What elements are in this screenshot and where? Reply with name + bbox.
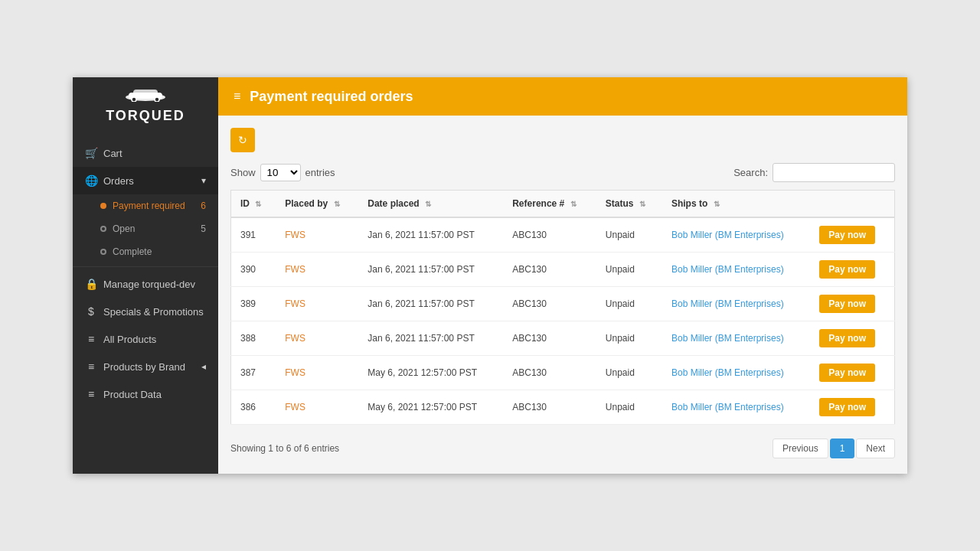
search-input[interactable] <box>773 163 895 182</box>
sort-placed-by-icon[interactable]: ⇅ <box>334 200 340 208</box>
next-button[interactable]: Next <box>856 439 895 458</box>
col-id: ID ⇅ <box>231 191 276 218</box>
ships-to-link-0[interactable]: Bob Miller (BM Enterprises) <box>671 230 784 240</box>
product-data-label: Product Data <box>103 389 206 400</box>
table-header-row: ID ⇅ Placed by ⇅ Date placed ⇅ Reference… <box>231 191 895 218</box>
manage-label: Manage torqued-dev <box>103 279 206 290</box>
cell-ref-4: ABC130 <box>503 356 596 390</box>
cell-ref-5: ABC130 <box>503 390 596 425</box>
ships-to-link-4[interactable]: Bob Miller (BM Enterprises) <box>671 367 784 378</box>
cell-id-1: 390 <box>231 253 276 287</box>
placed-by-link-2[interactable]: FWS <box>285 298 305 309</box>
entries-select[interactable]: 10 25 50 100 <box>260 164 301 181</box>
manage-icon: 🔒 <box>85 278 97 290</box>
ships-to-link-3[interactable]: Bob Miller (BM Enterprises) <box>671 333 784 344</box>
cell-id-3: 388 <box>231 321 276 356</box>
pay-now-button-4[interactable]: Pay now <box>819 364 875 382</box>
pay-now-button-3[interactable]: Pay now <box>819 329 875 347</box>
show-label: Show <box>230 167 256 178</box>
complete-label: Complete <box>113 246 206 257</box>
sort-status-icon[interactable]: ⇅ <box>639 200 645 208</box>
header-menu-icon: ≡ <box>234 90 240 103</box>
placed-by-link-0[interactable]: FWS <box>285 230 305 240</box>
sort-id-icon[interactable]: ⇅ <box>255 200 261 208</box>
sidebar-item-all-products[interactable]: ≡ All Products <box>73 325 218 353</box>
ships-to-link-1[interactable]: Bob Miller (BM Enterprises) <box>671 264 784 275</box>
cell-id-0: 391 <box>231 217 276 253</box>
sidebar-item-cart[interactable]: 🛒 Cart <box>73 139 218 167</box>
table-row: 391 FWS Jan 6, 2021 11:57:00 PST ABC130 … <box>231 217 895 253</box>
cell-date-2: Jan 6, 2021 11:57:00 PST <box>358 287 503 321</box>
cell-ships-to-4: Bob Miller (BM Enterprises) <box>662 356 810 390</box>
placed-by-link-5[interactable]: FWS <box>285 402 305 412</box>
cell-action-4: Pay now <box>810 356 894 390</box>
sidebar-item-orders[interactable]: 🌐 Orders ▾ <box>73 167 218 194</box>
col-status: Status ⇅ <box>596 191 662 218</box>
pay-now-button-1[interactable]: Pay now <box>819 260 875 279</box>
orders-label: Orders <box>103 175 201 187</box>
pay-now-button-0[interactable]: Pay now <box>819 226 875 244</box>
cell-ships-to-5: Bob Miller (BM Enterprises) <box>662 390 810 425</box>
refresh-icon: ↻ <box>238 134 247 146</box>
sidebar-item-manage[interactable]: 🔒 Manage torqued-dev <box>73 270 218 298</box>
ships-to-link-5[interactable]: Bob Miller (BM Enterprises) <box>671 402 784 412</box>
cell-status-5: Unpaid <box>596 390 662 425</box>
pagination-area: Showing 1 to 6 of 6 entries Previous 1 N… <box>230 435 895 461</box>
pagination-buttons: Previous 1 Next <box>773 439 895 458</box>
placed-by-link-1[interactable]: FWS <box>285 264 305 275</box>
cell-date-4: May 6, 2021 12:57:00 PST <box>358 356 503 390</box>
products-brand-icon: ≡ <box>85 360 97 373</box>
cell-ships-to-3: Bob Miller (BM Enterprises) <box>662 321 810 356</box>
table-body: 391 FWS Jan 6, 2021 11:57:00 PST ABC130 … <box>231 217 895 425</box>
logo-wrapper: TORQUED <box>106 86 185 124</box>
cell-ref-3: ABC130 <box>503 321 596 356</box>
sort-ships-icon[interactable]: ⇅ <box>714 200 720 208</box>
open-badge: 5 <box>201 223 206 234</box>
cell-ships-to-1: Bob Miller (BM Enterprises) <box>662 253 810 287</box>
cell-ships-to-0: Bob Miller (BM Enterprises) <box>662 217 810 253</box>
ships-to-link-2[interactable]: Bob Miller (BM Enterprises) <box>671 298 784 309</box>
table-row: 390 FWS Jan 6, 2021 11:57:00 PST ABC130 … <box>231 253 895 287</box>
col-placed-by: Placed by ⇅ <box>276 191 358 218</box>
refresh-button[interactable]: ↻ <box>230 128 255 152</box>
cell-ships-to-2: Bob Miller (BM Enterprises) <box>662 287 810 321</box>
sort-date-icon[interactable]: ⇅ <box>425 200 431 208</box>
sidebar-subitem-open[interactable]: Open 5 <box>73 217 218 240</box>
sidebar-item-products-brand[interactable]: ≡ Products by Brand ◂ <box>73 353 218 380</box>
open-label: Open <box>113 223 201 234</box>
sidebar-item-product-data[interactable]: ≡ Product Data <box>73 380 218 408</box>
pay-now-button-2[interactable]: Pay now <box>819 295 875 313</box>
table-row: 388 FWS Jan 6, 2021 11:57:00 PST ABC130 … <box>231 321 895 356</box>
col-action <box>810 191 894 218</box>
cell-date-1: Jan 6, 2021 11:57:00 PST <box>358 253 503 287</box>
payment-required-label: Payment required <box>113 201 201 211</box>
cell-status-0: Unpaid <box>596 217 662 253</box>
specials-icon: $ <box>85 305 97 318</box>
sidebar-item-specials[interactable]: $ Specials & Promotions <box>73 298 218 325</box>
cell-placed-by-0: FWS <box>276 217 358 253</box>
cart-label: Cart <box>103 148 206 159</box>
placed-by-link-3[interactable]: FWS <box>285 333 305 344</box>
main-content: ↻ Show 10 25 50 100 entries <box>218 116 907 474</box>
sidebar-subitem-payment-required[interactable]: Payment required 6 <box>73 194 218 217</box>
placed-by-link-4[interactable]: FWS <box>285 367 305 378</box>
table-controls: Show 10 25 50 100 entries Search: <box>230 163 895 182</box>
cell-action-2: Pay now <box>810 287 894 321</box>
cell-status-2: Unpaid <box>596 287 662 321</box>
table-header: ID ⇅ Placed by ⇅ Date placed ⇅ Reference… <box>231 191 895 218</box>
pay-now-button-5[interactable]: Pay now <box>819 398 875 416</box>
table-row: 389 FWS Jan 6, 2021 11:57:00 PST ABC130 … <box>231 287 895 321</box>
sidebar-nav: 🛒 Cart 🌐 Orders ▾ Payment required 6 <box>73 133 218 474</box>
cell-ref-2: ABC130 <box>503 287 596 321</box>
page-1-button[interactable]: 1 <box>830 439 855 458</box>
svg-rect-2 <box>133 90 158 96</box>
page-title: Payment required orders <box>250 89 413 105</box>
svg-point-4 <box>155 97 159 102</box>
sort-ref-icon[interactable]: ⇅ <box>570 200 577 208</box>
cell-date-5: May 6, 2021 12:57:00 PST <box>358 390 503 425</box>
previous-button[interactable]: Previous <box>773 439 828 458</box>
orders-arrow-icon: ▾ <box>201 175 206 186</box>
sidebar-subitem-complete[interactable]: Complete <box>73 240 218 263</box>
sidebar-logo: TORQUED <box>73 77 218 133</box>
payment-required-badge: 6 <box>201 201 206 211</box>
